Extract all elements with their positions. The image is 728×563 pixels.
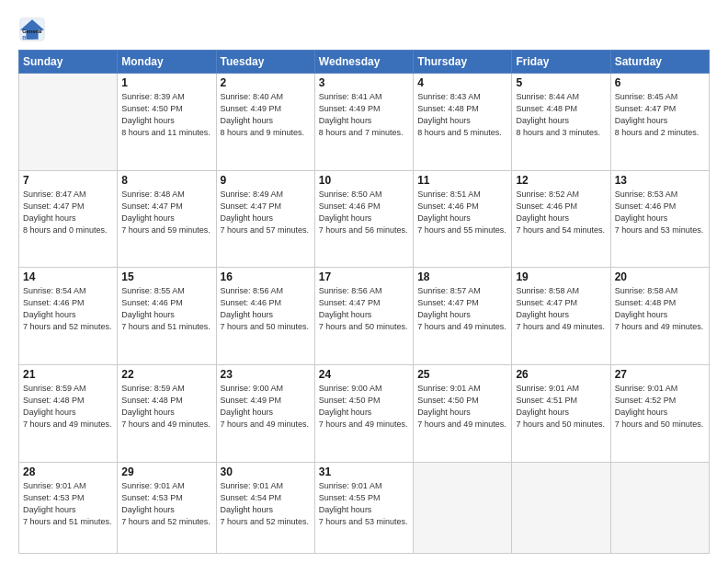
calendar-week-row: 1Sunrise: 8:39 AMSunset: 4:50 PMDaylight… <box>19 74 710 171</box>
calendar-cell: 17Sunrise: 8:56 AMSunset: 4:47 PMDayligh… <box>314 268 413 365</box>
calendar-cell: 12Sunrise: 8:52 AMSunset: 4:46 PMDayligh… <box>512 170 610 268</box>
day-info: Sunrise: 8:50 AMSunset: 4:46 PMDaylight … <box>319 189 409 236</box>
day-number: 19 <box>516 270 606 283</box>
day-number: 7 <box>23 174 113 187</box>
day-number: 24 <box>319 368 409 381</box>
day-info: Sunrise: 9:01 AMSunset: 4:50 PMDaylight … <box>417 383 507 431</box>
calendar-cell: 16Sunrise: 8:56 AMSunset: 4:46 PMDayligh… <box>216 268 314 365</box>
day-info: Sunrise: 8:45 AMSunset: 4:47 PMDaylight … <box>615 91 705 139</box>
calendar-cell <box>414 462 512 553</box>
day-number: 1 <box>121 76 211 89</box>
calendar-cell: 5Sunrise: 8:44 AMSunset: 4:48 PMDaylight… <box>512 74 610 171</box>
day-number: 26 <box>516 368 606 381</box>
day-number: 23 <box>221 368 311 381</box>
calendar-cell: 10Sunrise: 8:50 AMSunset: 4:46 PMDayligh… <box>314 170 413 268</box>
day-number: 30 <box>221 465 311 478</box>
day-number: 11 <box>417 174 507 187</box>
day-number: 28 <box>23 465 113 478</box>
day-info: Sunrise: 8:43 AMSunset: 4:48 PMDaylight … <box>417 91 507 139</box>
day-info: Sunrise: 8:59 AMSunset: 4:48 PMDaylight … <box>23 383 113 431</box>
day-number: 4 <box>417 76 507 89</box>
calendar-cell: 7Sunrise: 8:47 AMSunset: 4:47 PMDaylight… <box>19 170 118 268</box>
calendar-cell: 1Sunrise: 8:39 AMSunset: 4:50 PMDaylight… <box>118 74 216 171</box>
page: General Blue Sunday Monday Tuesday Wedne… <box>0 0 728 563</box>
day-info: Sunrise: 8:55 AMSunset: 4:46 PMDaylight … <box>121 285 211 333</box>
day-info: Sunrise: 8:52 AMSunset: 4:46 PMDaylight … <box>516 189 606 236</box>
day-info: Sunrise: 8:58 AMSunset: 4:47 PMDaylight … <box>516 285 606 333</box>
day-number: 15 <box>121 270 211 283</box>
day-number: 2 <box>221 76 311 89</box>
header: General Blue <box>18 17 710 42</box>
day-info: Sunrise: 8:51 AMSunset: 4:46 PMDaylight … <box>417 189 507 236</box>
day-number: 14 <box>23 270 113 283</box>
logo-icon: General Blue <box>18 17 46 42</box>
calendar-cell: 26Sunrise: 9:01 AMSunset: 4:51 PMDayligh… <box>512 364 610 462</box>
day-number: 10 <box>319 174 409 187</box>
calendar-cell: 19Sunrise: 8:58 AMSunset: 4:47 PMDayligh… <box>512 268 610 365</box>
header-thursday: Thursday <box>414 51 512 74</box>
day-number: 22 <box>121 368 211 381</box>
day-info: Sunrise: 8:56 AMSunset: 4:46 PMDaylight … <box>221 285 311 333</box>
day-number: 17 <box>319 270 409 283</box>
day-info: Sunrise: 9:01 AMSunset: 4:53 PMDaylight … <box>121 480 211 528</box>
header-saturday: Saturday <box>610 51 709 74</box>
calendar-cell: 31Sunrise: 9:01 AMSunset: 4:55 PMDayligh… <box>314 462 413 553</box>
calendar-cell: 29Sunrise: 9:01 AMSunset: 4:53 PMDayligh… <box>118 462 216 553</box>
calendar-week-row: 7Sunrise: 8:47 AMSunset: 4:47 PMDaylight… <box>19 170 710 268</box>
day-number: 6 <box>615 76 705 89</box>
day-info: Sunrise: 8:57 AMSunset: 4:47 PMDaylight … <box>417 285 507 333</box>
day-number: 27 <box>615 368 705 381</box>
day-number: 20 <box>615 270 705 283</box>
calendar-cell <box>610 462 709 553</box>
calendar-cell: 6Sunrise: 8:45 AMSunset: 4:47 PMDaylight… <box>610 74 709 171</box>
day-number: 5 <box>516 76 606 89</box>
day-info: Sunrise: 8:58 AMSunset: 4:48 PMDaylight … <box>615 285 705 333</box>
day-number: 25 <box>417 368 507 381</box>
calendar-cell: 14Sunrise: 8:54 AMSunset: 4:46 PMDayligh… <box>19 268 118 365</box>
calendar-cell: 11Sunrise: 8:51 AMSunset: 4:46 PMDayligh… <box>414 170 512 268</box>
day-number: 21 <box>23 368 113 381</box>
day-number: 16 <box>221 270 311 283</box>
calendar-cell: 8Sunrise: 8:48 AMSunset: 4:47 PMDaylight… <box>118 170 216 268</box>
calendar-week-row: 21Sunrise: 8:59 AMSunset: 4:48 PMDayligh… <box>19 364 710 462</box>
calendar-week-row: 14Sunrise: 8:54 AMSunset: 4:46 PMDayligh… <box>19 268 710 365</box>
day-info: Sunrise: 9:01 AMSunset: 4:55 PMDaylight … <box>319 480 409 528</box>
header-sunday: Sunday <box>19 51 118 74</box>
calendar-cell: 24Sunrise: 9:00 AMSunset: 4:50 PMDayligh… <box>314 364 413 462</box>
day-number: 9 <box>221 174 311 187</box>
day-info: Sunrise: 8:59 AMSunset: 4:48 PMDaylight … <box>121 383 211 431</box>
calendar-cell <box>19 74 118 171</box>
calendar-cell: 15Sunrise: 8:55 AMSunset: 4:46 PMDayligh… <box>118 268 216 365</box>
day-number: 31 <box>319 465 409 478</box>
day-info: Sunrise: 9:00 AMSunset: 4:50 PMDaylight … <box>319 383 409 431</box>
day-info: Sunrise: 8:39 AMSunset: 4:50 PMDaylight … <box>121 91 211 139</box>
calendar-cell: 30Sunrise: 9:01 AMSunset: 4:54 PMDayligh… <box>216 462 314 553</box>
header-tuesday: Tuesday <box>216 51 314 74</box>
calendar-cell: 22Sunrise: 8:59 AMSunset: 4:48 PMDayligh… <box>118 364 216 462</box>
header-friday: Friday <box>512 51 610 74</box>
calendar-cell <box>512 462 610 553</box>
day-info: Sunrise: 8:44 AMSunset: 4:48 PMDaylight … <box>516 91 606 139</box>
day-info: Sunrise: 8:41 AMSunset: 4:49 PMDaylight … <box>319 91 409 139</box>
calendar-cell: 28Sunrise: 9:01 AMSunset: 4:53 PMDayligh… <box>19 462 118 553</box>
day-info: Sunrise: 8:40 AMSunset: 4:49 PMDaylight … <box>221 91 311 139</box>
day-number: 12 <box>516 174 606 187</box>
day-number: 29 <box>121 465 211 478</box>
calendar-cell: 20Sunrise: 8:58 AMSunset: 4:48 PMDayligh… <box>610 268 709 365</box>
header-monday: Monday <box>118 51 216 74</box>
calendar-cell: 23Sunrise: 9:00 AMSunset: 4:49 PMDayligh… <box>216 364 314 462</box>
day-info: Sunrise: 8:53 AMSunset: 4:46 PMDaylight … <box>615 189 705 236</box>
calendar-table: Sunday Monday Tuesday Wednesday Thursday… <box>18 50 710 554</box>
day-info: Sunrise: 9:01 AMSunset: 4:51 PMDaylight … <box>516 383 606 431</box>
day-number: 3 <box>319 76 409 89</box>
day-number: 18 <box>417 270 507 283</box>
day-info: Sunrise: 8:54 AMSunset: 4:46 PMDaylight … <box>23 285 113 333</box>
day-number: 13 <box>615 174 705 187</box>
header-wednesday: Wednesday <box>314 51 413 74</box>
day-info: Sunrise: 9:00 AMSunset: 4:49 PMDaylight … <box>221 383 311 431</box>
day-info: Sunrise: 8:48 AMSunset: 4:47 PMDaylight … <box>121 189 211 236</box>
logo: General Blue <box>18 17 50 42</box>
calendar-cell: 3Sunrise: 8:41 AMSunset: 4:49 PMDaylight… <box>314 74 413 171</box>
day-info: Sunrise: 8:49 AMSunset: 4:47 PMDaylight … <box>221 189 311 236</box>
calendar-week-row: 28Sunrise: 9:01 AMSunset: 4:53 PMDayligh… <box>19 462 710 553</box>
